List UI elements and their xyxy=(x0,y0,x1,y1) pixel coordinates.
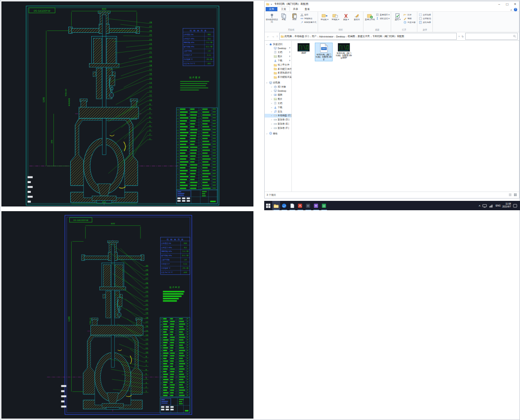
file-item-2[interactable]: 专利结构（阀门结构）装配图.dwg.BMP xyxy=(335,43,352,59)
taskbar-app-documents-app[interactable] xyxy=(288,201,296,210)
sidebar-item-1[interactable]: Desktop xyxy=(265,46,291,51)
up-button[interactable]: ↑ xyxy=(276,35,278,38)
sidebar-item-5[interactable]: 线上申文件 xyxy=(265,63,291,67)
maximize-button[interactable]: ▢ xyxy=(503,1,511,7)
chevron-icon[interactable]: ˅ xyxy=(266,81,268,84)
sidebar-item-3[interactable]: 图片 xyxy=(265,54,291,59)
breadcrumb-item-2[interactable]: 用户 xyxy=(312,35,316,38)
tray-chevron-icon[interactable]: ᐱ xyxy=(479,204,480,207)
sidebar-item-14[interactable]: ˃文档 xyxy=(265,101,291,105)
ribbon-button-2-0[interactable]: 新建文件夹 xyxy=(364,12,375,22)
breadcrumb-item-7[interactable]: 专利结构（阀门结构）装配图 xyxy=(372,35,404,38)
breadcrumb[interactable]: 此电脑›本地磁盘 (C:)›用户›Administrator›Desktop›机… xyxy=(279,33,457,40)
chevron-icon[interactable]: ˃ xyxy=(270,102,273,104)
sidebar-item-13[interactable]: ˃图片 xyxy=(265,97,291,101)
file-item-1[interactable]: DWG专利结构（阀门结构）装配图.dwg xyxy=(315,43,332,61)
ribbon-small-button-3-1[interactable]: 编辑 xyxy=(403,16,416,20)
taskbar-app-file-explorer[interactable] xyxy=(272,201,280,210)
sidebar-item-11[interactable]: ˃Desktop xyxy=(265,89,291,93)
ribbon-button-1-0[interactable]: 移动到 ▾ xyxy=(319,12,330,22)
quick-access-toolbar[interactable]: ▾ xyxy=(270,3,273,6)
tab-menu-2[interactable]: 共享 xyxy=(290,7,302,11)
breadcrumb-item-1[interactable]: 本地磁盘 (C:) xyxy=(295,35,309,38)
sidebar-item-19[interactable]: ˃新加卷 (E:) xyxy=(265,122,291,126)
breadcrumb-item-6[interactable]: 新建文件夹 xyxy=(358,35,370,38)
ribbon-small-button-4-0[interactable]: 全部选择 xyxy=(418,13,431,16)
chevron-icon[interactable]: ˃ xyxy=(270,114,273,117)
search-input[interactable] xyxy=(467,35,513,38)
ribbon-small-button-2-1[interactable]: 轻松访问 ▾ xyxy=(375,16,390,20)
chevron-icon[interactable]: ˃ xyxy=(270,86,273,88)
minimize-button[interactable]: – xyxy=(495,1,503,7)
ribbon-small-button-4-2[interactable]: 反向选择 xyxy=(418,20,431,24)
taskbar-app-browser[interactable] xyxy=(280,201,288,210)
start-button[interactable] xyxy=(264,201,272,210)
ribbon-small-button-4-1[interactable]: 全部取消 xyxy=(418,16,431,20)
chevron-icon[interactable]: ˅ xyxy=(266,43,268,45)
sidebar-item-0[interactable]: ˅快速访问 xyxy=(265,42,291,46)
ribbon-small-button-2-0[interactable]: 新建项目 ▾ xyxy=(375,13,390,16)
taskbar-app-purple-app[interactable] xyxy=(312,201,320,210)
breadcrumb-item-3[interactable]: Administrator xyxy=(319,35,334,38)
taskbar-app-red-app[interactable] xyxy=(296,201,304,210)
file-item-0[interactable]: .BMP xyxy=(295,43,312,54)
ribbon-button-0-1[interactable]: 复制 xyxy=(278,12,289,22)
close-button[interactable]: ✕ xyxy=(511,1,519,7)
taskbar-app-green-app[interactable] xyxy=(320,201,328,210)
sidebar-item-21[interactable]: ˃网络 xyxy=(265,132,291,136)
thumbnail-view-icon[interactable] xyxy=(513,193,517,197)
sidebar-item-17[interactable]: ˃本地磁盘 (C:) xyxy=(265,114,291,118)
back-button[interactable]: ← xyxy=(266,35,270,38)
sidebar-item-16[interactable]: ˃音乐 xyxy=(265,110,291,114)
sidebar-item-6[interactable]: 多功能立体停车 xyxy=(265,67,291,71)
sidebar-item-12[interactable]: ˃视频 xyxy=(265,93,291,97)
collapse-ribbon-icon[interactable]: ᐱ xyxy=(511,8,512,11)
sidebar-item-9[interactable]: ˅此电脑 xyxy=(265,81,291,85)
forward-button[interactable]: → xyxy=(271,35,275,38)
breadcrumb-item-4[interactable]: Desktop xyxy=(336,35,345,38)
tab-menu-1[interactable]: 主页 xyxy=(277,7,290,11)
file-list-area[interactable]: .BMPDWG专利结构（阀门结构）装配图.dwg专利结构（阀门结构）装配图.dw… xyxy=(292,41,519,192)
sidebar-item-4[interactable]: 下载 xyxy=(265,59,291,63)
ribbon-small-button-0-2[interactable]: 粘贴快捷方式 xyxy=(300,20,317,24)
chevron-icon[interactable]: ˃ xyxy=(270,98,273,100)
address-dropdown-icon[interactable]: ˅ xyxy=(458,35,460,38)
chevron-icon[interactable]: ˃ xyxy=(266,133,268,135)
ribbon-button-0-0[interactable]: 固定到快速访问 xyxy=(266,12,278,23)
tray-net-icon[interactable] xyxy=(489,203,494,208)
ribbon-button-0-2[interactable]: 粘贴 xyxy=(289,12,300,22)
chevron-icon[interactable]: ˃ xyxy=(270,94,273,96)
sidebar-item-10[interactable]: ˃3D 对象 xyxy=(265,85,291,89)
list-view-icon[interactable] xyxy=(508,193,512,197)
action-center-icon[interactable] xyxy=(513,203,518,208)
chevron-icon[interactable]: ˃ xyxy=(270,106,273,109)
ribbon-button-1-1[interactable]: 复制到 ▾ xyxy=(330,12,341,22)
ribbon-small-button-3-0[interactable]: 打开 xyxy=(403,13,416,16)
refresh-icon[interactable]: ↻ xyxy=(461,35,464,38)
sidebar-item-18[interactable]: ˃新加卷 (D:) xyxy=(265,118,291,122)
tab-file[interactable]: 文件 xyxy=(266,7,277,11)
breadcrumb-item-5[interactable]: 机械图 xyxy=(348,35,355,38)
tab-menu-3[interactable]: 查看 xyxy=(301,7,313,11)
sidebar-item-2[interactable]: 文档 xyxy=(265,51,291,55)
taskbar-app-dark-app[interactable] xyxy=(304,201,312,210)
taskbar-clock[interactable]: 11:082021/6/7 xyxy=(502,203,511,208)
sidebar-item-20[interactable]: ˃新加卷 (F:) xyxy=(265,126,291,130)
language-indicator[interactable]: ENG xyxy=(496,204,501,207)
search-box[interactable] xyxy=(465,33,518,40)
tray-pc-icon[interactable] xyxy=(482,203,487,208)
sidebar-item-8[interactable]: 多功能晾衣架 xyxy=(265,75,291,79)
chevron-icon[interactable]: ˃ xyxy=(270,90,273,92)
chevron-icon[interactable]: ˃ xyxy=(270,123,273,125)
help-icon[interactable]: ? xyxy=(514,8,517,11)
breadcrumb-item-0[interactable]: 此电脑 xyxy=(284,35,292,38)
chevron-icon[interactable]: ˃ xyxy=(270,127,273,129)
ribbon-button-1-2[interactable]: 删除 ▾ xyxy=(341,12,351,22)
sidebar-item-15[interactable]: ˃下载 xyxy=(265,105,291,110)
chevron-icon[interactable]: ˃ xyxy=(270,111,273,113)
ribbon-small-button-0-0[interactable]: 剪切 xyxy=(300,13,317,16)
chevron-icon[interactable]: ˃ xyxy=(270,118,273,121)
sidebar-item-7[interactable]: 多层简易停车库 xyxy=(265,71,291,75)
ribbon-small-button-0-1[interactable]: 复制路径 xyxy=(300,16,317,20)
ribbon-small-button-3-2[interactable]: 历史记录 xyxy=(403,20,416,24)
